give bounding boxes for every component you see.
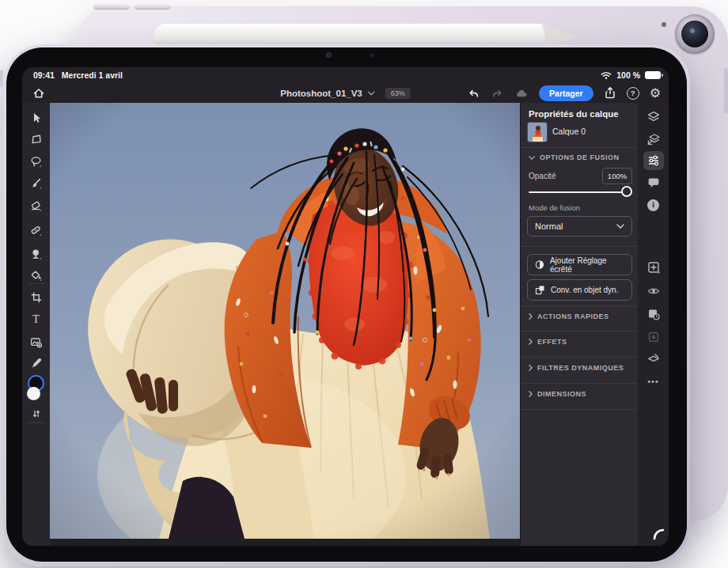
home-icon <box>32 87 45 100</box>
tool-transform[interactable] <box>27 130 46 149</box>
layer-thumbnail <box>527 122 548 142</box>
more-options-button[interactable]: ••• <box>643 372 664 391</box>
smart-object-icon <box>535 285 545 295</box>
chevron-right-icon <box>529 391 533 397</box>
section-label: DIMENSIONS <box>537 390 586 398</box>
tool-divider <box>28 422 44 423</box>
comments-button[interactable] <box>643 173 664 192</box>
help-icon: ? <box>631 89 635 97</box>
tool-eyedropper[interactable] <box>27 354 46 373</box>
battery-icon <box>645 71 661 79</box>
document-title-group[interactable]: Photoshoot_01_V3 63% <box>280 83 411 103</box>
add-clipped-adjustment-button[interactable]: Ajouter Réglage écrêté <box>527 254 632 275</box>
tool-type[interactable]: T <box>27 310 46 329</box>
blend-mode-dropdown[interactable]: Normal <box>527 216 632 237</box>
back-camera-lens <box>681 21 708 47</box>
document-title[interactable]: Photoshoot_01_V3 <box>280 89 362 98</box>
layers-button[interactable] <box>643 108 664 127</box>
scene: 09:41 Mercredi 1 avril 100 % <box>0 0 728 568</box>
panel-title: Propriétés du calque <box>529 109 619 119</box>
date: Mercredi 1 avril <box>62 70 123 80</box>
masked-layer-icon <box>646 307 661 321</box>
eyedropper-tool-icon <box>30 357 43 369</box>
visibility-button[interactable] <box>643 282 664 301</box>
opacity-label: Opacité <box>529 172 555 180</box>
crop-tool-icon <box>30 291 43 304</box>
canvas-area[interactable] <box>50 103 520 546</box>
layer-row[interactable] <box>527 122 548 142</box>
app-screen: 09:41 Mercredi 1 avril 100 % <box>22 67 669 546</box>
add-layer-icon <box>646 260 661 275</box>
convert-smart-object-button[interactable]: Conv. en objet dyn. <box>527 279 632 301</box>
swap-colors-icon <box>31 408 42 419</box>
front-left-button <box>0 70 3 87</box>
back-volume-button-2 <box>135 4 170 9</box>
tool-healing-brush[interactable] <box>27 221 46 240</box>
home-button[interactable] <box>29 84 48 103</box>
section-quick-actions[interactable]: ACTIONS RAPIDES <box>529 312 609 320</box>
opacity-slider-track[interactable] <box>529 191 631 193</box>
export-layers-button[interactable] <box>643 130 664 149</box>
back-side-button <box>724 68 728 114</box>
info-icon: i <box>652 201 654 209</box>
export-layers-icon <box>646 132 661 146</box>
transform-tool-icon <box>30 133 43 146</box>
blend-mode-label: Mode de fusion <box>529 203 580 212</box>
tool-brush[interactable] <box>27 174 46 193</box>
color-swap-button[interactable] <box>27 404 46 423</box>
section-effects[interactable]: EFFETS <box>529 338 567 346</box>
tool-place-photo[interactable] <box>27 332 46 351</box>
export-icon[interactable] <box>604 86 616 100</box>
clock: 09:41 <box>33 70 55 80</box>
masked-layer-button[interactable] <box>643 305 664 324</box>
info-button[interactable]: i <box>643 195 664 214</box>
cloud-sync-icon[interactable] <box>514 87 529 100</box>
section-dimensions[interactable]: DIMENSIONS <box>529 390 586 398</box>
flatten-button[interactable] <box>643 349 664 368</box>
chevron-down-icon <box>616 224 624 229</box>
properties-sliders-icon <box>646 153 661 168</box>
adjustment-icon <box>535 259 544 270</box>
panel-divider <box>521 331 639 331</box>
tool-eraser[interactable] <box>27 196 46 215</box>
add-layer-button[interactable] <box>643 258 664 277</box>
properties-button-selected[interactable] <box>643 151 664 170</box>
canvas-photo[interactable] <box>50 103 520 539</box>
panel-divider <box>521 357 639 358</box>
tool-clone-stamp[interactable] <box>27 244 46 263</box>
section-dynamic-filters[interactable]: FILTRES DYNAMIQUES <box>529 364 624 372</box>
front-sensor-dot <box>370 54 373 57</box>
blend-options-header[interactable]: OPTIONS DE FUSION <box>529 153 620 161</box>
wifi-icon <box>601 71 612 80</box>
opacity-value-box[interactable]: 100% <box>602 168 632 184</box>
right-icon-strip: i <box>638 103 669 546</box>
import-square-icon <box>646 330 661 344</box>
tool-crop[interactable] <box>27 288 46 307</box>
layer-name[interactable]: Calque 0 <box>552 127 586 136</box>
panel-divider <box>521 246 639 247</box>
tool-move[interactable] <box>27 108 46 127</box>
zoom-level-badge[interactable]: 63% <box>385 88 411 99</box>
convert-smart-label: Conv. en objet dyn. <box>551 286 618 294</box>
background-color-swatch[interactable] <box>27 387 40 400</box>
tool-fill[interactable] <box>27 266 46 285</box>
opacity-slider-knob[interactable] <box>621 186 632 197</box>
fill-tool-icon <box>29 269 43 282</box>
redo-icon[interactable] <box>491 87 504 100</box>
tool-lasso[interactable] <box>27 152 46 171</box>
help-button[interactable]: ? <box>627 87 639 100</box>
screen-corner-highlight <box>653 528 665 540</box>
add-adjustment-label: Ajouter Réglage écrêté <box>550 256 624 274</box>
chevron-down-icon <box>368 91 375 96</box>
section-label: EFFETS <box>537 338 567 346</box>
ellipsis-icon: ••• <box>647 377 659 386</box>
undo-icon[interactable] <box>467 87 480 100</box>
lasso-tool-icon <box>29 155 43 169</box>
settings-gear-icon[interactable]: ⚙ <box>650 87 661 100</box>
import-button-disabled[interactable] <box>643 328 664 346</box>
clone-stamp-tool-icon <box>29 248 43 261</box>
panel-divider <box>521 306 639 307</box>
type-tool-icon: T <box>32 313 40 326</box>
share-button[interactable]: Partager <box>539 85 593 101</box>
layer-properties-panel: Propriétés du calque Calque 0 OPTIONS DE… <box>520 103 639 546</box>
